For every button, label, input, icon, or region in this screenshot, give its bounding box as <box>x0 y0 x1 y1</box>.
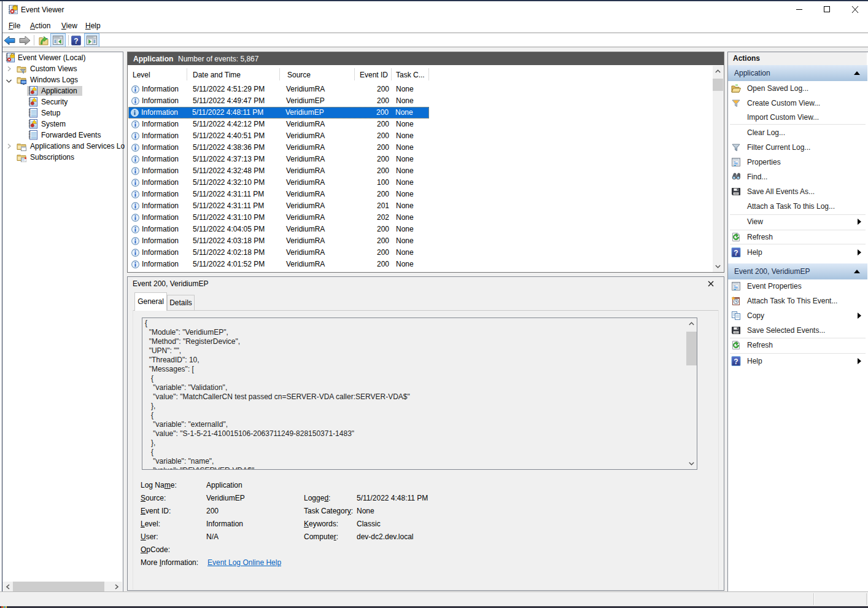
svg-text:?: ? <box>74 37 78 45</box>
